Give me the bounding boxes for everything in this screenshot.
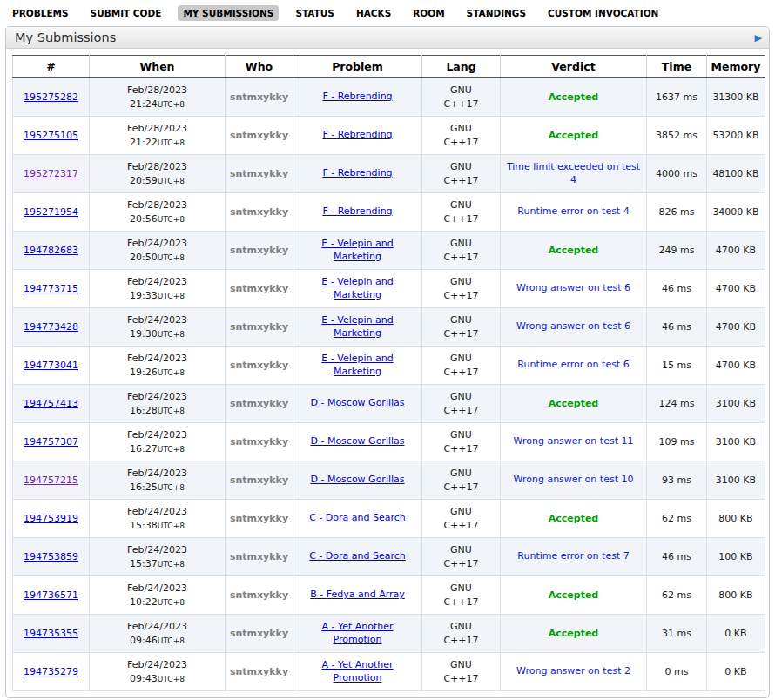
problem-link[interactable]: E - Velepin and Marketing	[321, 276, 393, 300]
submission-id-link[interactable]: 194757307	[24, 436, 78, 448]
problem-link[interactable]: F - Rebrending	[322, 129, 392, 140]
submission-id-link[interactable]: 194753859	[24, 551, 78, 562]
user-handle-link[interactable]: sntmxykky	[230, 91, 288, 103]
submission-row: 195271954Feb/28/202320:56UTC+8sntmxykkyF…	[13, 193, 765, 232]
submission-id-link[interactable]: 194773041	[24, 360, 78, 371]
cell-when: Feb/24/202320:50UTC+8	[90, 232, 226, 270]
table-wrapper: #WhenWhoProblemLangVerdictTimeMemory 195…	[6, 49, 769, 697]
problem-link[interactable]: C - Dora and Search	[309, 550, 406, 562]
exec-time: 46 ms	[662, 321, 691, 333]
submission-id-link[interactable]: 194757413	[24, 398, 78, 409]
problem-link[interactable]: F - Rebrending	[322, 167, 392, 178]
problem-link[interactable]: D - Moscow Gorillas	[310, 435, 404, 447]
user-handle-link[interactable]: sntmxykky	[230, 168, 288, 179]
submission-id-link[interactable]: 194773715	[24, 283, 78, 294]
problem-link[interactable]: D - Moscow Gorillas	[310, 397, 404, 408]
submission-time: 16:25UTC+8	[93, 481, 221, 495]
cell-verdict: Runtime error on test 4	[501, 193, 647, 232]
user-handle-link[interactable]: sntmxykky	[230, 360, 288, 371]
cell-memory: 4700 KB	[707, 347, 765, 385]
nav-item-room[interactable]: ROOM	[408, 5, 449, 21]
user-handle-link[interactable]: sntmxykky	[230, 130, 288, 141]
submission-id-link[interactable]: 195275282	[24, 91, 78, 103]
verdict-label: Wrong answer on test 6	[516, 282, 630, 293]
expand-arrow-icon[interactable]: ▶	[755, 33, 762, 43]
submission-time: 19:26UTC+8	[93, 366, 221, 380]
cell-memory: 4700 KB	[707, 308, 765, 347]
problem-link[interactable]: E - Velepin and Marketing	[321, 353, 393, 377]
problem-link[interactable]: E - Velepin and Marketing	[321, 314, 393, 339]
nav-item-standings[interactable]: STANDINGS	[462, 5, 531, 21]
submission-id-link[interactable]: 194757215	[24, 475, 78, 486]
exec-time: 0 ms	[665, 666, 689, 677]
user-handle-link[interactable]: sntmxykky	[230, 436, 288, 448]
nav-item-hacks[interactable]: HACKS	[351, 5, 396, 21]
problem-link[interactable]: A - Yet Another Promotion	[321, 621, 393, 645]
exec-time: 62 ms	[662, 589, 691, 601]
user-handle-link[interactable]: sntmxykky	[230, 321, 288, 333]
exec-time: 124 ms	[659, 398, 695, 409]
cell-when: Feb/24/202316:27UTC+8	[90, 423, 226, 461]
verdict-label: Wrong answer on test 11	[514, 435, 634, 447]
submission-date: Feb/24/2023	[93, 390, 221, 404]
user-handle-link[interactable]: sntmxykky	[230, 283, 288, 294]
cell-submission-id: 195275105	[13, 117, 90, 155]
nav-item-custom-invocation[interactable]: CUSTOM INVOCATION	[542, 5, 664, 21]
problem-link[interactable]: E - Velepin and Marketing	[321, 238, 393, 262]
nav-item-submit-code[interactable]: SUBMIT CODE	[85, 5, 167, 21]
verdict-label: Accepted	[549, 628, 598, 639]
memory-used: 48100 KB	[712, 168, 758, 179]
nav-item-my-submissions[interactable]: MY SUBMISSIONS	[178, 5, 279, 21]
problem-link[interactable]: C - Dora and Search	[309, 512, 406, 523]
user-handle-link[interactable]: sntmxykky	[230, 475, 288, 486]
verdict-label: Accepted	[549, 589, 598, 601]
submission-row: 194773715Feb/24/202319:33UTC+8sntmxykkyE…	[13, 270, 765, 308]
problem-link[interactable]: F - Rebrending	[322, 91, 392, 102]
submission-id-link[interactable]: 194782683	[24, 245, 78, 256]
submission-id-link[interactable]: 194735279	[24, 666, 78, 677]
submission-id-link[interactable]: 194773428	[24, 321, 78, 333]
user-handle-link[interactable]: sntmxykky	[230, 513, 288, 524]
exec-time: 15 ms	[662, 360, 691, 371]
user-handle-link[interactable]: sntmxykky	[230, 666, 288, 677]
exec-time: 31 ms	[662, 628, 691, 639]
user-handle-link[interactable]: sntmxykky	[230, 245, 288, 256]
user-handle-link[interactable]: sntmxykky	[230, 206, 288, 218]
verdict-label: Wrong answer on test 2	[516, 665, 630, 676]
cell-memory: 34000 KB	[707, 193, 765, 232]
submission-id-link[interactable]: 194736571	[24, 589, 78, 601]
submission-id-link[interactable]: 195272317	[24, 168, 78, 179]
problem-link[interactable]: D - Moscow Gorillas	[310, 474, 404, 485]
user-handle-link[interactable]: sntmxykky	[230, 589, 288, 601]
cell-submission-id: 194782683	[13, 232, 90, 270]
submission-date: Feb/28/2023	[93, 84, 221, 98]
nav-item-status[interactable]: STATUS	[290, 5, 339, 21]
cell-problem: D - Moscow Gorillas	[293, 423, 422, 461]
cell-problem: A - Yet Another Promotion	[293, 653, 422, 691]
submission-id-link[interactable]: 195271954	[24, 206, 78, 218]
user-handle-link[interactable]: sntmxykky	[230, 551, 288, 562]
cell-lang: GNU C++17	[422, 193, 501, 232]
cell-memory: 100 KB	[707, 538, 765, 576]
cell-lang: GNU C++17	[422, 308, 501, 347]
time-value: 15:37	[130, 558, 158, 569]
cell-problem: F - Rebrending	[293, 78, 422, 117]
user-handle-link[interactable]: sntmxykky	[230, 398, 288, 409]
problem-link[interactable]: A - Yet Another Promotion	[321, 659, 393, 683]
submission-time: 21:22UTC+8	[93, 136, 221, 150]
timezone-label: UTC+8	[158, 483, 185, 492]
nav-item-problems[interactable]: PROBLEMS	[7, 5, 74, 21]
submission-id-link[interactable]: 194735355	[24, 628, 78, 639]
submission-date: Feb/28/2023	[93, 122, 221, 136]
submission-id-link[interactable]: 194753919	[24, 513, 78, 524]
submission-id-link[interactable]: 195275105	[24, 130, 78, 141]
cell-when: Feb/24/202309:43UTC+8	[90, 653, 226, 691]
cell-who: sntmxykky	[226, 232, 293, 270]
column-header-number: #	[13, 56, 90, 78]
problem-link[interactable]: B - Fedya and Array	[310, 589, 405, 600]
cell-lang: GNU C++17	[422, 117, 501, 155]
problem-link[interactable]: F - Rebrending	[322, 205, 392, 217]
memory-used: 4700 KB	[716, 245, 756, 256]
column-header-problem: Problem	[293, 56, 422, 78]
user-handle-link[interactable]: sntmxykky	[230, 628, 288, 639]
